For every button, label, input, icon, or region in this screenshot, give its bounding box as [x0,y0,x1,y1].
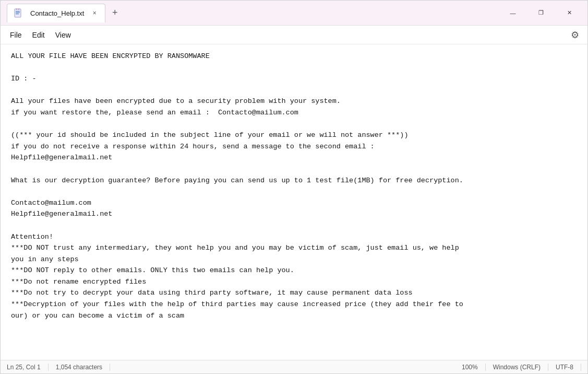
text-editor-area[interactable]: ALL YOUR FILE HAVE BEEN ENCRYPTED BY RAN… [1,44,587,360]
window-controls: — ❐ ✕ [501,5,581,21]
view-menu[interactable]: View [50,29,76,41]
settings-icon[interactable]: ⚙ [567,27,583,43]
svg-rect-0 [15,9,21,17]
title-bar-left: Contacto_Help.txt × + [7,4,501,22]
text-content: ALL YOUR FILE HAVE BEEN ENCRYPTED BY RAN… [11,51,577,321]
zoom-level[interactable]: 100% [454,364,486,371]
svg-rect-2 [16,13,20,13]
title-bar: Contacto_Help.txt × + — ❐ ✕ [1,1,587,26]
minimize-button[interactable]: — [501,5,525,21]
character-count: 1,054 characters [49,364,110,371]
menu-bar-right: ⚙ [567,27,583,43]
active-tab[interactable]: Contacto_Help.txt × [7,4,105,22]
notepad-icon [14,8,23,18]
svg-rect-1 [16,11,20,11]
tab-label: Contacto_Help.txt [30,9,84,17]
close-tab-button[interactable]: × [90,9,99,17]
cursor-position: Ln 25, Col 1 [7,364,49,371]
add-tab-button[interactable]: + [107,6,122,20]
close-button[interactable]: ✕ [557,5,581,21]
status-bar: Ln 25, Col 1 1,054 characters 100% Windo… [1,360,587,373]
encoding[interactable]: UTF-8 [548,364,581,371]
menu-bar: File Edit View ⚙ [1,26,587,44]
svg-rect-4 [16,8,17,10]
svg-rect-3 [16,14,19,14]
line-ending[interactable]: Windows (CRLF) [486,364,548,371]
edit-menu[interactable]: Edit [27,29,50,41]
maximize-button[interactable]: ❐ [529,5,553,21]
file-menu[interactable]: File [5,29,27,41]
notepad-window: Contacto_Help.txt × + — ❐ ✕ File Edit Vi… [0,0,588,374]
svg-rect-5 [18,8,19,10]
